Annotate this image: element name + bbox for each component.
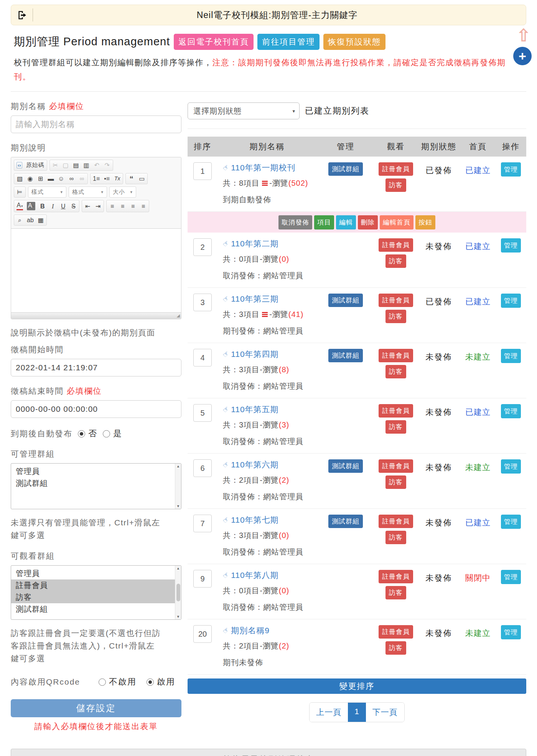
replace-icon[interactable]: ab — [27, 216, 34, 224]
home-status[interactable]: 已建立 — [465, 297, 491, 306]
order-input[interactable]: 7 — [193, 515, 212, 532]
text-direction-icon[interactable]: ⊨ — [16, 188, 23, 196]
scroll-top-icon[interactable]: ⇧ — [516, 28, 531, 43]
strike-icon[interactable]: S — [70, 203, 77, 210]
paste-icon[interactable]: ▤ — [73, 162, 79, 169]
order-input[interactable]: 9 — [193, 570, 212, 588]
group-option[interactable]: 測試群組 — [11, 477, 181, 489]
home-status[interactable]: 已建立 — [465, 242, 491, 251]
manage-button[interactable]: 管理 — [501, 238, 521, 253]
period-link[interactable]: 110年第五期 — [231, 404, 278, 415]
scroll-down-icon[interactable]: ▼ — [176, 615, 180, 619]
add-period-button[interactable]: + — [513, 47, 532, 65]
undo-icon[interactable]: ↶ — [94, 162, 100, 169]
outdent-icon[interactable]: ⇤ — [84, 203, 91, 210]
period-link[interactable]: 110年第一期校刊 — [231, 162, 295, 173]
row-action-button[interactable]: 取消發佈 — [278, 215, 312, 229]
row-action-button[interactable]: 編輯 — [336, 215, 356, 229]
save-settings-button[interactable]: 儲存設定 — [11, 699, 181, 717]
period-link[interactable]: 110年第六期 — [231, 459, 278, 470]
group-option[interactable]: 管理員 — [11, 465, 181, 477]
order-input[interactable]: 1 — [193, 162, 212, 180]
home-status[interactable]: 未建立 — [465, 352, 491, 361]
row-action-button[interactable]: 項目 — [314, 215, 334, 229]
bg-color-icon[interactable]: A — [27, 202, 35, 210]
manage-button[interactable]: 管理 — [501, 349, 521, 363]
numbered-list-icon[interactable]: 1≡ — [93, 175, 100, 182]
align-right-icon[interactable]: ≡ — [130, 203, 136, 210]
row-action-button[interactable]: 按鈕 — [415, 215, 435, 229]
scrollbar-thumb[interactable] — [176, 584, 180, 601]
order-input[interactable]: 4 — [193, 349, 212, 366]
prev-page-button[interactable]: 上一頁 — [310, 703, 348, 722]
bullet-list-icon[interactable]: •≡ — [104, 175, 110, 182]
row-action-button[interactable]: 刪除 — [358, 215, 378, 229]
home-status[interactable]: 未建立 — [465, 629, 491, 637]
manage-group-select[interactable]: 管理員測試群組 ▲ ▼ — [11, 463, 181, 509]
order-input[interactable]: 6 — [193, 459, 212, 477]
header-action-button[interactable]: 恢復預設狀態 — [323, 34, 385, 50]
text-color-icon[interactable]: A — [16, 202, 23, 210]
period-name-input[interactable] — [11, 116, 181, 133]
home-status[interactable]: 已建立 — [465, 408, 491, 416]
paste-word-icon[interactable]: ▥ — [83, 162, 90, 169]
group-option[interactable]: 註冊會員 — [11, 579, 181, 591]
flash-icon[interactable]: ◉ — [27, 175, 33, 182]
align-justify-icon[interactable]: ≡ — [140, 203, 147, 210]
table-icon[interactable]: ⊞ — [37, 175, 44, 182]
header-action-button[interactable]: 返回電子校刊首頁 — [174, 34, 254, 50]
italic-icon[interactable]: I — [49, 203, 56, 210]
cut-icon[interactable]: ✂ — [52, 162, 59, 169]
editor-dropdown[interactable]: 格式▾ — [69, 187, 107, 198]
underline-icon[interactable]: U — [60, 203, 66, 210]
logout-icon[interactable] — [16, 8, 29, 21]
editor-dropdown[interactable]: 樣式▾ — [28, 187, 66, 198]
align-center-icon[interactable]: ≡ — [119, 203, 126, 210]
period-link[interactable]: 期別名稱9 — [231, 625, 270, 636]
scroll-down-icon[interactable]: ▼ — [176, 504, 180, 508]
qrcode-off-radio[interactable]: 不啟用 — [99, 676, 137, 688]
scroll-up-icon[interactable]: ▲ — [176, 566, 180, 570]
image-icon[interactable]: ▧ — [16, 175, 23, 182]
copy-icon[interactable]: ▢ — [63, 162, 69, 169]
end-time-input[interactable] — [11, 400, 181, 418]
home-status[interactable]: 已建立 — [465, 166, 491, 175]
unlink-icon[interactable]: ∞ — [79, 175, 85, 182]
period-link[interactable]: 110年第二期 — [231, 238, 278, 249]
menu-icon[interactable] — [262, 312, 268, 317]
manage-button[interactable]: 管理 — [501, 404, 521, 418]
align-left-icon[interactable]: ≡ — [109, 203, 115, 210]
manage-button[interactable]: 管理 — [501, 162, 521, 177]
period-link[interactable]: 110年第三期 — [231, 294, 278, 304]
group-option[interactable]: 管理員 — [11, 568, 181, 579]
order-input[interactable]: 3 — [193, 294, 212, 311]
auto-publish-yes-radio[interactable]: 是 — [103, 428, 122, 439]
manage-button[interactable]: 管理 — [501, 515, 521, 529]
group-option[interactable]: 訪客 — [11, 591, 181, 603]
order-input[interactable]: 2 — [193, 238, 212, 256]
find-icon[interactable]: ⌕ — [16, 216, 23, 224]
change-order-button[interactable]: 變更排序 — [188, 678, 526, 694]
editor-content[interactable] — [11, 229, 181, 312]
resize-grip-icon[interactable]: ◢ — [177, 313, 180, 318]
row-action-button[interactable]: 編輯首頁 — [380, 215, 413, 229]
home-status[interactable]: 已建立 — [465, 518, 491, 527]
current-page-button[interactable]: 1 — [348, 703, 366, 722]
view-group-select[interactable]: 管理員註冊會員訪客測試群組 ▲ ▼ — [11, 565, 181, 620]
scrollbar[interactable]: ▲ ▼ — [175, 566, 181, 619]
link-icon[interactable]: ∞ — [68, 175, 75, 182]
header-action-button[interactable]: 前往項目管理 — [257, 34, 320, 50]
bold-icon[interactable]: B — [39, 203, 46, 210]
scrollbar[interactable]: ▲ ▼ — [175, 464, 181, 509]
horizontal-rule-icon[interactable]: ▬ — [48, 175, 54, 182]
period-link[interactable]: 110年第七期 — [231, 515, 278, 525]
order-input[interactable]: 20 — [193, 625, 212, 643]
source-button[interactable]: ‹›原始碼 — [14, 160, 47, 171]
start-time-input[interactable] — [11, 359, 181, 376]
manage-button[interactable]: 管理 — [501, 625, 521, 639]
editor-dropdown[interactable]: 大小▾ — [109, 187, 136, 198]
manage-button[interactable]: 管理 — [501, 459, 521, 474]
blockquote-icon[interactable]: “ — [128, 177, 135, 181]
smiley-icon[interactable]: ☺ — [58, 175, 64, 182]
period-link[interactable]: 110年第四期 — [231, 349, 278, 360]
